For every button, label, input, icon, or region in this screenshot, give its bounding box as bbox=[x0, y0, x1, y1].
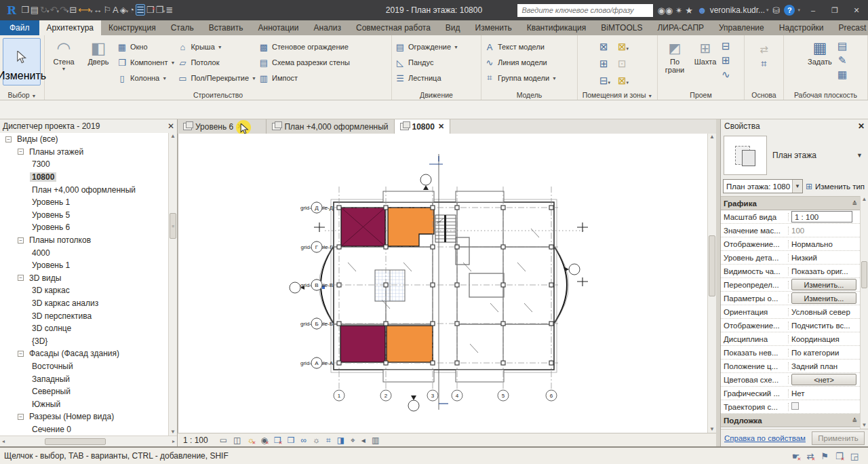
scrollbar-thumb[interactable] bbox=[861, 261, 867, 288]
vertical-opening-icon[interactable]: ⊞ bbox=[722, 54, 730, 66]
app-store-cart-icon[interactable]: ⛁ bbox=[773, 5, 781, 16]
tree-item-планы-этажей[interactable]: −Планы этажей bbox=[0, 146, 177, 159]
reveal-hidden-icon[interactable]: ☼ bbox=[313, 436, 320, 445]
ribbon-button-стеновое ограждение[interactable]: ▩Стеновое ограждение bbox=[258, 40, 350, 54]
panel-label-select[interactable]: Выбор bbox=[7, 91, 29, 99]
model-text-icon[interactable]: A bbox=[113, 5, 119, 15]
type-selector[interactable]: План этажа: 1080 ▼ bbox=[723, 179, 803, 193]
colored-room-4[interactable] bbox=[387, 326, 433, 362]
edit-type-button[interactable]: ⊞ Изменить тип bbox=[806, 182, 865, 191]
close-icon[interactable]: ✕ bbox=[438, 122, 444, 131]
property-row-графический-[interactable]: Графический ...Нет bbox=[721, 387, 860, 400]
search-input[interactable] bbox=[517, 4, 653, 17]
ribbon-button-лестница[interactable]: ☰Лестница bbox=[395, 71, 458, 85]
tree-item-3d-перспектива[interactable]: 3D перспектива bbox=[0, 309, 177, 322]
collapse-icon[interactable]: ◂ bbox=[361, 436, 366, 445]
canvas-scrollbar[interactable]: ▲▼ bbox=[707, 134, 716, 433]
room-separator-icon[interactable]: ⊟ bbox=[599, 75, 608, 86]
ribbon-tab-precast[interactable]: Precast bbox=[831, 20, 868, 35]
grid-icon[interactable]: ⌗ bbox=[760, 58, 768, 70]
ribbon-button-пол/перекрытие[interactable]: ▭Пол/Перекрытие▼ bbox=[177, 71, 256, 85]
tree-item-южный[interactable]: Южный bbox=[0, 398, 177, 410]
select-underlay-icon[interactable]: ⇄ bbox=[806, 451, 814, 461]
property-row-переопредел-[interactable]: Переопредел...Изменить... bbox=[721, 278, 860, 292]
floor-plan[interactable]: grid-bubble-ДДgrid-bubble-ГГgrid-bubble-… bbox=[178, 134, 708, 433]
type-preview-image[interactable] bbox=[724, 136, 767, 175]
close-hidden-windows-icon[interactable]: ❒ bbox=[146, 5, 155, 15]
show-workplane-icon[interactable]: ▤ bbox=[837, 40, 847, 52]
crop-view-icon[interactable]: ❒ bbox=[274, 436, 281, 445]
ribbon-tab-надстройки[interactable]: Надстройки bbox=[772, 20, 831, 35]
tree-expander-icon[interactable]: − bbox=[5, 136, 12, 142]
property-row-траектория-с-[interactable]: Траектория с... bbox=[721, 400, 860, 414]
temporary-hide-icon[interactable]: ∞ bbox=[300, 436, 307, 445]
colored-room-3[interactable] bbox=[340, 326, 385, 362]
property-row-ориентация[interactable]: ОриентацияУсловный север bbox=[721, 305, 860, 319]
revit-logo[interactable]: R bbox=[3, 3, 20, 17]
panel-label-workplane[interactable]: Рабочая плоскость bbox=[784, 91, 867, 99]
tree-item-{3d}[interactable]: {3D} bbox=[0, 335, 177, 348]
tree-item-сечение-0[interactable]: Сечение 0 bbox=[0, 423, 177, 436]
ribbon-button-ограждение[interactable]: ▤Ограждение▼ bbox=[395, 40, 458, 54]
ribbon-button-пандус[interactable]: ◺Пандус bbox=[395, 56, 458, 69]
room-tag-icon[interactable]: ⊞ bbox=[599, 58, 608, 69]
minimize-button[interactable]: – bbox=[804, 3, 822, 18]
view-tab-план-+4,000-оформленный[interactable]: План +4,000 оформленный bbox=[267, 119, 394, 134]
tree-item-3d-каркас-анализ[interactable]: 3D каркас анализ bbox=[0, 297, 177, 310]
show-crop-icon[interactable]: ❒ bbox=[288, 436, 295, 445]
ref-plane-icon[interactable]: ✎ bbox=[837, 54, 847, 66]
customize-qat-icon[interactable]: ≣ bbox=[166, 5, 174, 15]
property-row-дисциплина[interactable]: ДисциплинаКоординация bbox=[721, 332, 860, 346]
area-icon[interactable]: ⊠ bbox=[618, 41, 627, 52]
area-tag-icon[interactable]: ⊡ bbox=[618, 58, 627, 69]
close-button[interactable]: ✕ bbox=[848, 3, 865, 18]
tree-item-4000[interactable]: 4000 bbox=[0, 246, 177, 259]
property-row-параметры-о-[interactable]: Параметры о...Изменить... bbox=[721, 292, 860, 305]
tree-item-западный[interactable]: Западный bbox=[0, 372, 177, 385]
panel-label-datum[interactable]: Основа bbox=[745, 91, 783, 99]
select-by-face-icon[interactable]: ❐ bbox=[835, 451, 844, 461]
wall-button[interactable]: ◠ Стена▼ bbox=[47, 38, 80, 87]
drawing-canvas[interactable]: grid-bubble-ДДgrid-bubble-ГГgrid-bubble-… bbox=[178, 134, 716, 433]
search-binoculars-icon[interactable]: ◉◉ bbox=[657, 5, 675, 16]
properties-help-link[interactable]: Справка по свойствам bbox=[724, 434, 806, 442]
pan-icon[interactable]: ▥ bbox=[372, 436, 379, 445]
communication-center-icon[interactable]: ✴ bbox=[675, 5, 686, 16]
ribbon-tab-bimtools[interactable]: BiMTOOLS bbox=[593, 20, 650, 35]
print-icon[interactable]: ⊟ bbox=[69, 5, 77, 15]
modify-button[interactable]: Изменить bbox=[3, 38, 41, 85]
tree-item-разрезы-(номер-вида)[interactable]: −Разрезы (Номер вида) bbox=[0, 410, 177, 423]
ribbon-button-компонент[interactable]: ❒Компонент▼ bbox=[117, 56, 175, 69]
panel-label-build[interactable]: Строительство bbox=[45, 91, 391, 99]
temporary-view-icon[interactable]: ⌗ bbox=[326, 436, 331, 445]
ribbon-tab-вставить[interactable]: Вставить bbox=[201, 20, 251, 35]
chevron-down-icon[interactable]: ▼ bbox=[792, 180, 802, 193]
visual-style-icon[interactable]: ▭ bbox=[220, 436, 227, 445]
tree-item-3d-солнце[interactable]: 3D солнце bbox=[0, 322, 177, 335]
aligned-dimension-icon[interactable]: ↔ bbox=[93, 5, 102, 15]
ribbon-button-импост[interactable]: ▥Импост bbox=[258, 71, 350, 85]
browser-hscrollbar[interactable]: ◂▸ bbox=[0, 436, 177, 446]
door-button[interactable]: ◧ Дверь bbox=[82, 38, 115, 87]
ribbon-tab-совместная работа[interactable]: Совместная работа bbox=[349, 20, 438, 35]
sun-path-icon[interactable]: ☼ bbox=[247, 436, 254, 445]
view-scale[interactable]: 1 : 100 bbox=[183, 436, 208, 445]
tree-expander-icon[interactable]: − bbox=[18, 237, 24, 244]
tree-item-3d-каркас[interactable]: 3D каркас bbox=[0, 284, 177, 297]
ribbon-button-окно[interactable]: ▦Окно bbox=[117, 40, 175, 54]
chevron-down-icon[interactable]: ▼ bbox=[856, 152, 865, 159]
property-row-показать-нев-[interactable]: Показать нев...По категории bbox=[721, 346, 860, 360]
tag-icon[interactable]: ⚐ bbox=[103, 5, 111, 15]
tree-expander-icon[interactable]: − bbox=[18, 149, 24, 155]
constraints-icon[interactable]: ⌖ bbox=[351, 436, 355, 445]
tree-item-7300[interactable]: 7300 bbox=[0, 158, 177, 171]
ribbon-tab-лира-сапр[interactable]: ЛИРА-САПР bbox=[650, 20, 711, 35]
ribbon-button-колонна[interactable]: ▯Колонна▼ bbox=[117, 71, 175, 85]
collapse-icon[interactable]: ≙ bbox=[852, 200, 857, 207]
level-icon[interactable]: ⇄ bbox=[760, 43, 768, 56]
ribbon-tab-изменить[interactable]: Изменить bbox=[468, 20, 519, 35]
tree-expander-icon[interactable]: − bbox=[18, 414, 24, 420]
ribbon-button-потолок[interactable]: ▱Потолок bbox=[177, 56, 256, 69]
ribbon-button-схема разрезки стены[interactable]: ▤Схема разрезки стены bbox=[258, 56, 350, 69]
properties-scrollbar[interactable]: ▲▼ bbox=[860, 196, 868, 429]
